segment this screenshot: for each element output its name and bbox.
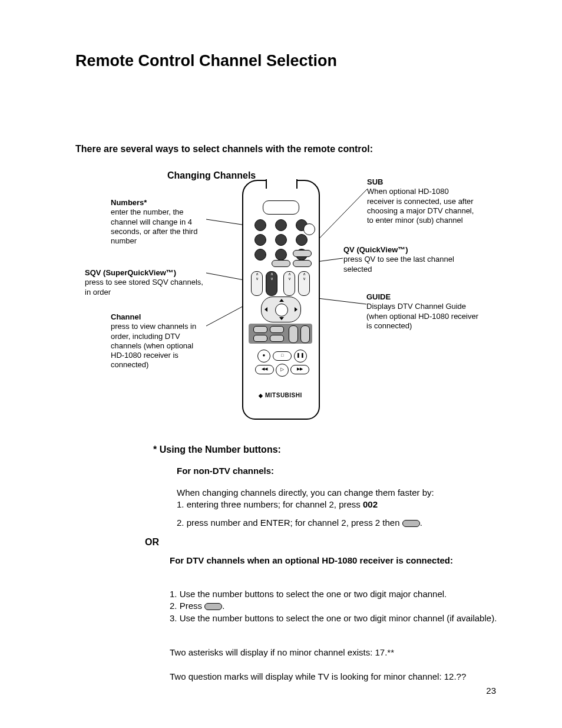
remote-number-button <box>275 219 287 231</box>
remote-fastforward-button: ▶▶ <box>290 365 309 374</box>
remote-nav-left-arrow <box>265 307 267 312</box>
remote-small-rocker <box>289 325 298 343</box>
remote-stop-button: □ <box>273 351 292 361</box>
remote-sub-button <box>293 250 312 257</box>
remote-volume-rocker: ∧∨ <box>266 271 277 296</box>
dtv-item-2: 2. Press . <box>170 600 500 612</box>
remote-brand-label: ◆ MITSUBISHI <box>242 392 319 398</box>
remote-small-button <box>253 326 267 333</box>
nondtv-item-2: 2. press number and ENTER; for channel 2… <box>177 517 495 529</box>
remote-small-button <box>270 335 284 342</box>
remote-rewind-button: ◀◀ <box>255 365 274 374</box>
remote-lower-panel <box>249 324 312 344</box>
remote-number-button <box>254 234 266 246</box>
remote-qv-button <box>293 260 312 267</box>
dtv-block: 1. Use the number buttons to select the … <box>170 588 500 624</box>
remote-enter-button <box>272 260 290 267</box>
remote-sqv-rocker: ∧∨ <box>251 271 263 296</box>
remote-power-button <box>303 223 315 235</box>
using-number-heading: * Using the Number buttons: <box>153 444 281 455</box>
remote-number-button <box>254 249 266 261</box>
remote-extra-rocker: ∧∨ <box>298 271 310 296</box>
note-qmarks: Two question marks will display while TV… <box>170 671 500 681</box>
remote-nav-center <box>275 304 288 317</box>
remote-record-button: ● <box>257 350 270 363</box>
remote-illustration: ∧∨ ∧∨ ∧∨ ∧∨ ● □ ❚❚ ◀◀ ▷ ▶▶ <box>242 180 319 419</box>
nondtv-block: When changing channels directly, you can… <box>177 487 495 529</box>
sub-button-icon <box>204 603 222 610</box>
remote-number-button <box>296 234 308 246</box>
dtv-item-3: 3. Use the number buttons to select the … <box>170 612 500 624</box>
remote-play-button: ▷ <box>276 364 289 377</box>
remote-small-button <box>270 326 284 333</box>
remote-nav-down-arrow <box>279 317 284 320</box>
nondtv-item-1: 1. entering three numbers; for channel 2… <box>177 499 495 510</box>
nondtv-heading: For non-DTV channels: <box>177 466 274 476</box>
note-asterisks: Two asterisks will display if no minor c… <box>170 647 500 657</box>
remote-pause-button: ❚❚ <box>294 350 307 363</box>
or-separator: OR <box>145 537 159 548</box>
remote-number-button <box>275 249 287 261</box>
remote-nav-up-arrow <box>279 299 284 302</box>
nondtv-lead: When changing channels directly, you can… <box>177 487 495 499</box>
dtv-heading: For DTV channels when an optional HD-108… <box>170 555 488 566</box>
remote-number-button <box>254 219 266 231</box>
remote-nav-right-arrow <box>295 307 297 312</box>
remote-number-button <box>275 234 287 246</box>
remote-channel-rocker: ∧∨ <box>283 271 295 296</box>
remote-top-notch <box>266 179 297 189</box>
remote-small-rocker <box>300 325 310 343</box>
enter-button-icon <box>402 520 420 527</box>
remote-nav-pad <box>261 297 301 322</box>
remote-small-button <box>253 335 267 342</box>
remote-ir-window <box>263 200 299 215</box>
dtv-item-1: 1. Use the number buttons to select the … <box>170 588 500 600</box>
page-number: 23 <box>486 686 496 696</box>
